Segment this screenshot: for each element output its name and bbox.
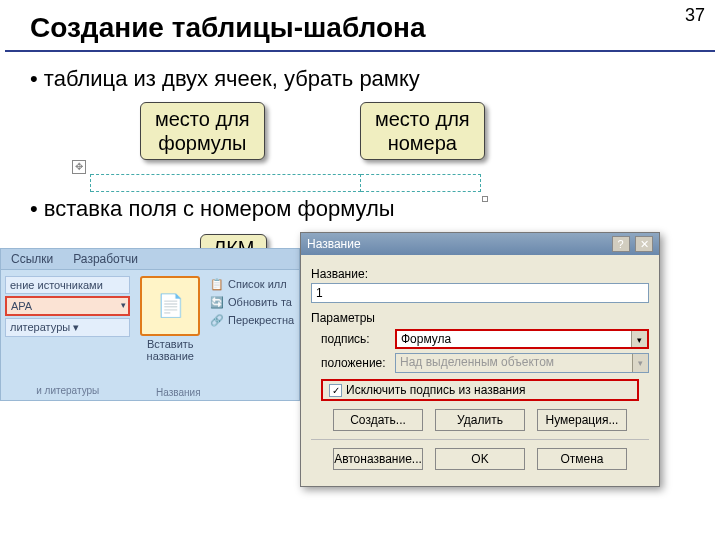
delete-button[interactable]: Удалить [435, 409, 525, 431]
bullet-2: • вставка поля с номером формулы [0, 192, 720, 232]
caption-label: подпись: [311, 332, 389, 346]
numbering-button[interactable]: Нумерация... [537, 409, 627, 431]
chevron-down-icon: ▾ [121, 300, 126, 310]
create-button[interactable]: Создать... [333, 409, 423, 431]
exclude-checkbox-row[interactable]: ✓Исключить подпись из названия [321, 379, 639, 401]
dialog-titlebar[interactable]: Название ? ✕ [301, 233, 659, 255]
ribbon-tabs: Ссылки Разработчи [1, 249, 299, 270]
move-handle-icon[interactable]: ✥ [72, 160, 86, 174]
manage-sources-button[interactable]: ение источниками [5, 276, 130, 294]
position-label: положение: [311, 356, 389, 370]
tab-references[interactable]: Ссылки [1, 249, 63, 269]
template-table: ✥ [90, 174, 510, 192]
close-button[interactable]: ✕ [635, 236, 653, 252]
help-button[interactable]: ? [612, 236, 630, 252]
table-row [90, 174, 510, 192]
bullet-1: • таблица из двух ячеек, убрать рамку [0, 62, 720, 102]
group-label-bibliography: и литературы [5, 385, 130, 396]
params-label: Параметры [311, 311, 649, 325]
bibliography-dropdown[interactable]: литературы ▾ [5, 318, 130, 337]
ok-button[interactable]: OK [435, 448, 525, 470]
slide-title: Создание таблицы-шаблона [0, 0, 720, 50]
name-input[interactable] [311, 283, 649, 303]
list-icon: 📋 [210, 278, 224, 291]
exclude-label: Исключить подпись из названия [346, 383, 525, 397]
caption-combo[interactable]: Формула▾ [395, 329, 649, 349]
tab-developer[interactable]: Разработчи [63, 249, 148, 269]
chevron-down-icon: ▾ [632, 354, 648, 372]
divider [5, 50, 715, 52]
insert-caption-label: Вставить название [136, 338, 204, 362]
list-illustrations-button[interactable]: 📋Список илл [210, 276, 295, 292]
link-icon: 🔗 [210, 314, 224, 327]
ribbon: Ссылки Разработчи ение источниками APA▾ … [0, 248, 300, 401]
insert-caption-button[interactable]: 📄 [140, 276, 200, 336]
callout-area: место для формулы место для номера ✥ [90, 102, 720, 192]
table-cell-formula[interactable] [91, 174, 361, 192]
caption-dialog: Название ? ✕ Название: Параметры подпись… [300, 232, 660, 487]
callout-formula: место для формулы [140, 102, 265, 160]
name-label: Название: [311, 267, 649, 281]
update-table-button[interactable]: 🔄Обновить та [210, 294, 295, 310]
document-icon: 📄 [157, 293, 184, 319]
page-number: 37 [685, 5, 705, 26]
position-combo: Над выделенным объектом▾ [395, 353, 649, 373]
autoname-button[interactable]: Автоназвание... [333, 448, 423, 470]
callout-number: место для номера [360, 102, 485, 160]
group-label-captions: Названия [156, 387, 201, 398]
table-cell-number[interactable] [361, 174, 481, 192]
chevron-down-icon: ▾ [631, 331, 647, 347]
checkbox-icon[interactable]: ✓ [329, 384, 342, 397]
dialog-title: Название [307, 237, 361, 251]
cross-reference-button[interactable]: 🔗Перекрестна [210, 312, 295, 328]
style-apa-dropdown[interactable]: APA▾ [5, 296, 130, 316]
cancel-button[interactable]: Отмена [537, 448, 627, 470]
refresh-icon: 🔄 [210, 296, 224, 309]
